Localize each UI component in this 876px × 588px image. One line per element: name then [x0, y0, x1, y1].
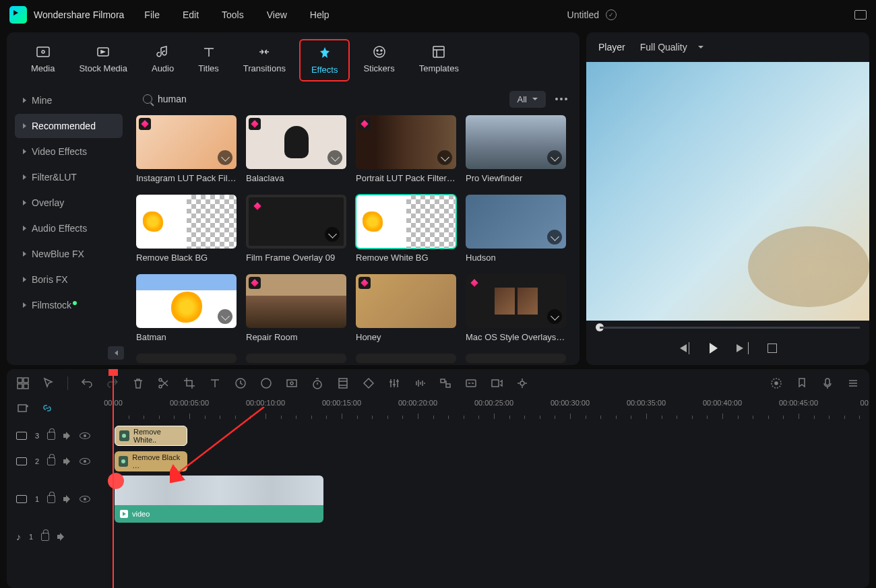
undo-button[interactable]: [80, 377, 94, 390]
link-button[interactable]: [40, 401, 54, 415]
render-preview-button[interactable]: [770, 377, 783, 390]
effect-item[interactable]: Batman: [136, 274, 237, 344]
sidebar-item-audioeffects[interactable]: Audio Effects: [15, 216, 123, 240]
effect-thumbnail[interactable]: [246, 274, 346, 328]
playhead[interactable]: [113, 369, 114, 588]
download-icon[interactable]: [218, 150, 232, 165]
mute-icon[interactable]: [63, 495, 71, 503]
tab-media[interactable]: Media: [20, 39, 65, 81]
timeline-track[interactable]: ♪1: [7, 524, 869, 550]
menu-file[interactable]: File: [144, 9, 160, 20]
mute-icon[interactable]: [57, 533, 65, 541]
delete-button[interactable]: [131, 377, 145, 390]
detach-audio-button[interactable]: [439, 377, 452, 390]
render-button[interactable]: [490, 377, 503, 390]
menu-help[interactable]: Help: [310, 9, 330, 20]
timeline-ruler[interactable]: 00:0000:00:05:0000:00:10:0000:00:15:0000…: [74, 397, 869, 423]
effect-item[interactable]: Balaclava: [246, 115, 346, 185]
effect-item[interactable]: Mac OS Style Overlays…: [466, 274, 566, 344]
download-icon[interactable]: [325, 227, 340, 242]
tab-effects[interactable]: Effects: [299, 39, 350, 81]
player-scrubber[interactable]: [586, 321, 869, 334]
effect-thumbnail[interactable]: [136, 274, 237, 328]
timeline-track[interactable]: 1video: [7, 474, 869, 524]
effect-item[interactable]: Remove White BG: [356, 195, 456, 265]
menu-view[interactable]: View: [267, 9, 287, 20]
effect-thumbnail[interactable]: [356, 115, 456, 169]
effect-item[interactable]: Film Frame Overlay 09: [246, 195, 346, 265]
duration-button[interactable]: [311, 377, 324, 390]
effect-item[interactable]: Instagram LUT Pack Fil…: [136, 115, 237, 185]
panel-layout-button[interactable]: [16, 377, 30, 390]
effect-thumbnail[interactable]: [466, 115, 566, 169]
effect-thumbnail[interactable]: [356, 195, 456, 249]
speed-button[interactable]: [234, 377, 247, 390]
mute-icon[interactable]: [63, 432, 71, 440]
effect-item[interactable]: Remove Black BG: [136, 195, 237, 265]
effect-item[interactable]: Pro Viewfinder: [466, 115, 566, 185]
cursor-tool-button[interactable]: [42, 377, 55, 390]
sidebar-collapse-button[interactable]: [108, 346, 124, 360]
subtitle-button[interactable]: [464, 377, 478, 390]
motion-track-button[interactable]: [515, 377, 529, 390]
effect-item[interactable]: Portrait LUT Pack Filter…: [356, 115, 456, 185]
effect-clip[interactable]: Remove Black …: [115, 451, 187, 471]
sidebar-item-recommended[interactable]: Recommended: [15, 114, 123, 138]
text-button[interactable]: [208, 377, 222, 390]
player-preview[interactable]: [586, 62, 869, 321]
search-box[interactable]: [136, 90, 503, 108]
download-icon[interactable]: [437, 150, 452, 165]
download-icon[interactable]: [547, 309, 562, 324]
menu-edit[interactable]: Edit: [183, 9, 199, 20]
effect-thumbnail[interactable]: [356, 274, 456, 328]
keyframe-diamond-button[interactable]: [362, 377, 375, 390]
display-icon[interactable]: [854, 10, 867, 20]
more-options-button[interactable]: [553, 95, 570, 103]
tab-stock-media[interactable]: Stock Media: [68, 39, 138, 81]
quality-dropdown[interactable]: Full Quality: [640, 42, 703, 53]
effect-item[interactable]: Repair Room: [246, 274, 346, 344]
sidebar-item-borisfx[interactable]: Boris FX: [15, 267, 123, 292]
tab-stickers[interactable]: Stickers: [352, 39, 405, 81]
download-icon[interactable]: [547, 150, 562, 165]
effect-thumbnail[interactable]: [466, 274, 566, 328]
download-icon[interactable]: [218, 309, 232, 324]
effect-thumbnail[interactable]: [466, 195, 566, 249]
menu-tools[interactable]: Tools: [222, 9, 244, 20]
effect-thumbnail[interactable]: [246, 115, 346, 169]
marker-button[interactable]: [795, 377, 809, 390]
mute-icon[interactable]: [63, 457, 71, 465]
sidebar-item-videoeffects[interactable]: Video Effects: [15, 139, 123, 164]
download-icon[interactable]: [327, 150, 342, 165]
lock-icon[interactable]: [47, 457, 55, 465]
timeline-track[interactable]: 2Remove Black …: [7, 449, 869, 474]
effect-thumbnail[interactable]: [136, 115, 237, 169]
effect-item[interactable]: Honey: [356, 274, 456, 344]
tab-audio[interactable]: Audio: [141, 39, 185, 81]
sidebar-item-newbluefx[interactable]: NewBlue FX: [15, 242, 123, 266]
effect-clip[interactable]: Remove White..: [115, 426, 187, 446]
timeline-track[interactable]: 3Remove White..: [7, 423, 869, 449]
visibility-icon[interactable]: [80, 458, 90, 465]
mixer-button[interactable]: [846, 377, 860, 390]
adjust-button[interactable]: [387, 377, 401, 390]
filter-dropdown[interactable]: All: [509, 91, 546, 108]
next-frame-button[interactable]: [737, 342, 749, 354]
color-button[interactable]: [259, 377, 273, 390]
voiceover-button[interactable]: [821, 377, 834, 390]
search-input[interactable]: [158, 94, 496, 104]
effect-thumbnail[interactable]: [136, 195, 237, 249]
lock-icon[interactable]: [41, 533, 49, 541]
audio-mix-button[interactable]: [413, 377, 427, 390]
greenscreen-button[interactable]: [285, 377, 299, 390]
download-icon[interactable]: [547, 230, 562, 244]
tab-transitions[interactable]: Transitions: [232, 39, 296, 81]
lock-icon[interactable]: [47, 495, 55, 503]
tab-templates[interactable]: Templates: [408, 39, 470, 81]
sidebar-item-mine[interactable]: Mine: [15, 88, 123, 112]
effect-thumbnail[interactable]: [246, 195, 346, 249]
video-clip[interactable]: video: [115, 476, 323, 523]
split-button[interactable]: [157, 377, 170, 390]
add-track-button[interactable]: [16, 401, 30, 415]
tab-titles[interactable]: Titles: [187, 39, 230, 81]
